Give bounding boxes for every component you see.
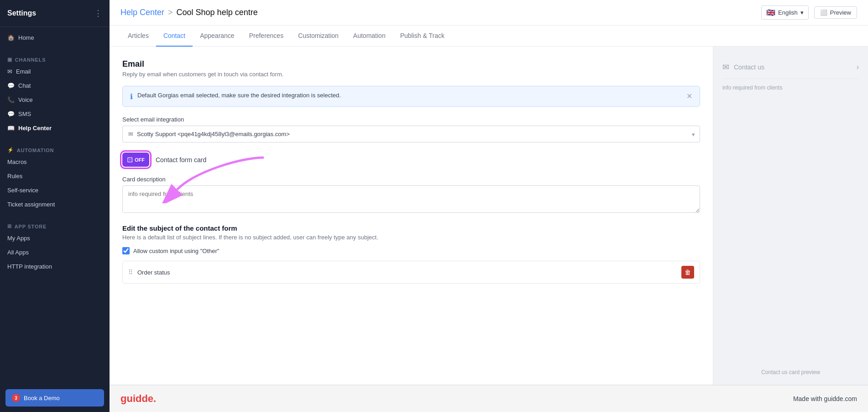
sidebar-item-my-apps[interactable]: My Apps: [0, 231, 110, 245]
select-email-wrapper: ✉ Scotty Support <pqe41g4kdj458yl3@email…: [122, 126, 700, 143]
sidebar-appstore-section: ⊞ APP STORE My Apps All Apps HTTP integr…: [0, 215, 110, 277]
automation-icon: ⚡: [7, 147, 14, 153]
preview-email-icon: ✉: [722, 62, 729, 72]
contact-form-toggle[interactable]: ⊡ OFF: [122, 153, 149, 167]
tab-preferences[interactable]: Preferences: [242, 26, 291, 47]
tabs-bar: Articles Contact Appearance Preferences …: [110, 26, 868, 47]
email-select-icon: ✉: [128, 131, 133, 137]
email-section-desc: Reply by email when customers get in tou…: [122, 71, 700, 78]
preview-contact-label: Contact us: [734, 63, 764, 71]
sidebar-header: Settings ⋮: [0, 0, 110, 27]
sidebar-item-email[interactable]: ✉ Email: [0, 64, 110, 79]
order-status-text: Order status: [137, 269, 677, 276]
sidebar-item-all-apps[interactable]: All Apps: [0, 245, 110, 259]
sidebar-item-home[interactable]: 🏠 Home: [0, 31, 110, 45]
demo-badge: 3: [12, 394, 20, 402]
trash-icon: 🗑: [685, 269, 691, 276]
select-email-group: Select email integration ✉ Scotty Suppor…: [122, 116, 700, 143]
tab-automation[interactable]: Automation: [346, 26, 393, 47]
sidebar-item-rules[interactable]: Rules: [0, 169, 110, 183]
delete-order-status-button[interactable]: 🗑: [681, 266, 694, 279]
preview-panel: ✉ Contact us › info required from client…: [713, 47, 868, 385]
contact-form-card-label: Contact form card: [156, 156, 206, 164]
preview-arrow-icon: ›: [857, 63, 859, 71]
tab-appearance[interactable]: Appearance: [193, 26, 242, 47]
select-email-label: Select email integration: [122, 116, 700, 123]
book-demo-button[interactable]: 3 Book a Demo: [5, 389, 104, 407]
sidebar: Settings ⋮ 🏠 Home ▣ CHANNELS ✉ Email 💬 C…: [0, 0, 110, 412]
info-icon: ℹ: [130, 92, 133, 101]
sidebar-more-icon[interactable]: ⋮: [94, 8, 102, 18]
sidebar-item-http-integration[interactable]: HTTP integration: [0, 259, 110, 274]
chevron-down-icon: ▾: [800, 9, 804, 16]
resize-handle-icon: ⌟: [696, 207, 699, 213]
footer: guidde. Made with guidde.com: [110, 385, 868, 412]
toggle-widget-icon: ⊡: [127, 155, 133, 164]
drag-handle-icon[interactable]: ⠿: [128, 269, 133, 276]
preview-card-label: Contact us card preview: [722, 360, 859, 375]
footer-brand: guidde.: [120, 393, 156, 405]
appstore-icon: ⊞: [7, 223, 12, 229]
allow-custom-label: Allow custom input using "Other": [133, 248, 219, 254]
tab-contact[interactable]: Contact: [156, 26, 193, 47]
main-content: Help Center > Cool Shop help centre 🇬🇧 E…: [110, 0, 868, 412]
preview-contact-us-row[interactable]: ✉ Contact us ›: [722, 56, 859, 79]
subject-title: Edit the subject of the contact form: [122, 224, 700, 232]
breadcrumb-separator: >: [168, 8, 173, 17]
sidebar-item-chat[interactable]: 💬 Chat: [0, 79, 110, 93]
tab-publish-track[interactable]: Publish & Track: [393, 26, 452, 47]
allow-custom-checkbox[interactable]: [122, 247, 130, 254]
card-description-wrapper: ⌟: [122, 185, 700, 214]
breadcrumb-current: Cool Shop help centre: [177, 8, 258, 17]
card-description-textarea[interactable]: [122, 185, 700, 213]
preview-info-text: info required from clients: [722, 79, 859, 96]
email-section-title: Email: [122, 59, 700, 69]
alert-info: ℹ Default Gorgias email selected, make s…: [122, 86, 700, 107]
toggle-label: OFF: [135, 157, 145, 163]
sidebar-item-voice[interactable]: 📞 Voice: [0, 93, 110, 107]
alert-text: Default Gorgias email selected, make sur…: [137, 92, 682, 99]
sidebar-item-sms[interactable]: 💬 SMS: [0, 107, 110, 121]
subject-group: Edit the subject of the contact form Her…: [122, 224, 700, 284]
sidebar-item-self-service[interactable]: Self-service: [0, 183, 110, 197]
content-main: Email Reply by email when customers get …: [110, 47, 713, 385]
contact-form-card-row: ⊡ OFF Contact form card: [122, 153, 700, 167]
sidebar-item-help-center[interactable]: 📖 Help Center: [0, 121, 110, 135]
language-selector[interactable]: 🇬🇧 English ▾: [761, 5, 809, 20]
tab-customization[interactable]: Customization: [291, 26, 346, 47]
sidebar-automation-section: ⚡ AUTOMATION Macros Rules Self-service T…: [0, 139, 110, 215]
sidebar-appstore-label: ⊞ APP STORE: [0, 219, 110, 231]
channels-icon: ▣: [7, 57, 12, 63]
sidebar-title: Settings: [7, 9, 36, 17]
subject-desc: Here is a default list of subject lines.…: [122, 234, 700, 241]
sidebar-home-section: 🏠 Home: [0, 27, 110, 48]
card-description-label: Card description: [122, 176, 700, 183]
topbar-right: 🇬🇧 English ▾ ⬜ Preview: [761, 5, 857, 20]
preview-icon: ⬜: [820, 9, 827, 16]
preview-button[interactable]: ⬜ Preview: [814, 6, 857, 19]
tab-articles[interactable]: Articles: [120, 26, 156, 47]
flag-icon: 🇬🇧: [766, 8, 775, 17]
sidebar-automation-label: ⚡ AUTOMATION: [0, 143, 110, 155]
sidebar-item-ticket-assignment[interactable]: Ticket assignment: [0, 197, 110, 211]
breadcrumb: Help Center > Cool Shop help centre: [120, 8, 258, 17]
breadcrumb-link[interactable]: Help Center: [120, 8, 164, 17]
allow-custom-row: Allow custom input using "Other": [122, 247, 700, 254]
select-email-field[interactable]: ✉ Scotty Support <pqe41g4kdj458yl3@email…: [122, 126, 700, 143]
sidebar-channels-label: ▣ CHANNELS: [0, 52, 110, 64]
card-description-group: Card description ⌟: [122, 176, 700, 214]
footer-made-with: Made with guidde.com: [793, 395, 857, 402]
select-chevron-icon: ▾: [692, 131, 695, 137]
content-area: Email Reply by email when customers get …: [110, 47, 868, 385]
sidebar-channels-section: ▣ CHANNELS ✉ Email 💬 Chat 📞 Voice 💬 SMS …: [0, 48, 110, 139]
order-status-row: ⠿ Order status 🗑: [122, 261, 700, 284]
topbar: Help Center > Cool Shop help centre 🇬🇧 E…: [110, 0, 868, 26]
home-icon: 🏠: [7, 34, 15, 41]
alert-close-icon[interactable]: ✕: [686, 92, 692, 100]
sidebar-item-macros[interactable]: Macros: [0, 155, 110, 169]
preview-contact-left: ✉ Contact us: [722, 62, 764, 72]
